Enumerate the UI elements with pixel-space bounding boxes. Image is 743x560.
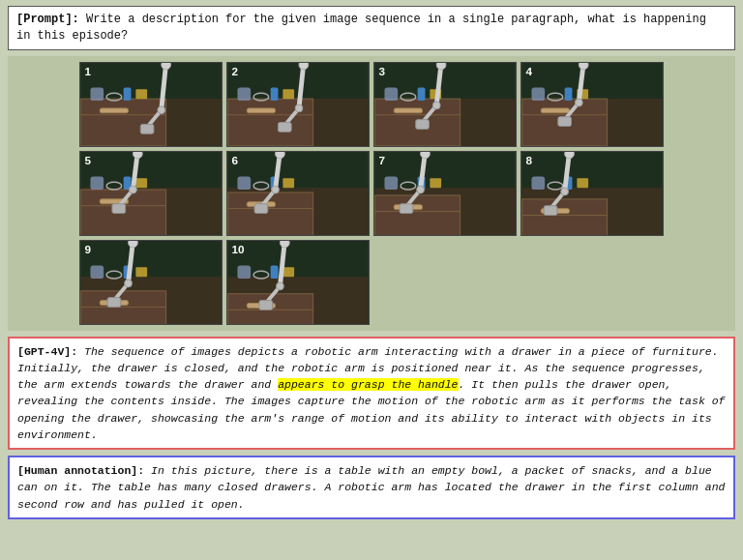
svg-point-118: [561, 188, 569, 195]
prompt-text: Write a description for the given image …: [16, 13, 706, 43]
svg-rect-8: [135, 89, 147, 99]
svg-point-103: [417, 186, 425, 193]
svg-rect-35: [384, 87, 398, 101]
svg-rect-37: [418, 87, 426, 101]
svg-rect-146: [259, 300, 273, 309]
svg-rect-128: [135, 267, 147, 277]
svg-rect-95: [384, 176, 398, 190]
svg-rect-65: [90, 176, 104, 190]
main-container: [Prompt]: Write a description for the gi…: [0, 0, 743, 560]
prompt-box: [Prompt]: Write a description for the gi…: [8, 6, 735, 50]
image-cell-8: 8: [520, 151, 664, 236]
svg-rect-77: [228, 192, 313, 235]
gpt-label: [GPT-4V]:: [17, 345, 77, 358]
svg-rect-22: [271, 87, 279, 101]
svg-point-12: [162, 63, 171, 70]
svg-rect-68: [135, 178, 147, 188]
image-cell-5: 5: [79, 151, 223, 236]
svg-point-57: [579, 63, 588, 70]
svg-rect-48: [541, 108, 569, 113]
svg-rect-18: [247, 108, 275, 113]
human-annotation-box: [Human annotation]: In this picture, the…: [8, 456, 735, 519]
image-cell-4: 4: [520, 62, 664, 147]
svg-rect-20: [237, 87, 251, 101]
svg-rect-92: [375, 195, 461, 235]
svg-rect-140: [237, 265, 251, 279]
gpt-box: [GPT-4V]: The sequence of images depicts…: [8, 337, 735, 451]
svg-point-28: [295, 104, 303, 112]
svg-rect-7: [124, 87, 132, 101]
gpt-highlight: appears to grasp the handle: [278, 378, 458, 391]
image-grid: 1: [17, 62, 726, 325]
svg-rect-131: [107, 297, 121, 307]
svg-text:10: 10: [232, 242, 246, 254]
svg-rect-3: [100, 108, 128, 113]
svg-rect-143: [282, 267, 294, 277]
svg-rect-125: [90, 265, 104, 279]
svg-point-102: [421, 152, 431, 159]
svg-point-147: [280, 241, 289, 248]
svg-rect-98: [430, 178, 441, 188]
svg-rect-83: [282, 178, 294, 188]
svg-rect-26: [278, 122, 291, 132]
image-cell-3: 3: [373, 62, 517, 147]
svg-point-42: [436, 63, 446, 70]
svg-rect-11: [140, 124, 154, 133]
svg-text:7: 7: [379, 153, 386, 165]
svg-text:3: 3: [379, 64, 386, 76]
svg-rect-101: [400, 203, 413, 213]
image-cell-7: 7: [373, 151, 517, 236]
svg-point-43: [432, 102, 440, 109]
svg-text:6: 6: [232, 153, 239, 165]
svg-point-88: [272, 186, 280, 193]
svg-point-73: [130, 186, 137, 193]
svg-point-132: [129, 241, 138, 248]
svg-text:2: 2: [232, 64, 239, 76]
svg-point-27: [299, 63, 309, 70]
svg-text:4: 4: [526, 64, 533, 76]
svg-text:1: 1: [85, 64, 92, 76]
svg-rect-80: [237, 176, 251, 190]
image-cell-2: 2: [226, 62, 370, 147]
svg-rect-107: [522, 198, 608, 234]
svg-rect-86: [254, 203, 268, 213]
svg-point-117: [565, 152, 575, 159]
svg-point-72: [133, 152, 142, 159]
svg-rect-56: [558, 116, 572, 126]
svg-point-148: [277, 282, 284, 290]
svg-point-133: [125, 280, 133, 287]
svg-rect-50: [531, 87, 545, 101]
svg-rect-142: [271, 265, 279, 279]
svg-rect-41: [416, 119, 430, 129]
svg-point-87: [276, 152, 285, 159]
prompt-label: [Prompt]:: [16, 13, 79, 26]
svg-point-13: [158, 106, 165, 114]
image-grid-container: 1: [8, 56, 735, 331]
svg-text:5: 5: [85, 153, 92, 165]
svg-rect-110: [531, 176, 545, 190]
image-cell-6: 6: [226, 151, 370, 236]
svg-rect-52: [565, 87, 573, 101]
svg-rect-113: [577, 178, 588, 188]
svg-rect-116: [544, 205, 557, 215]
svg-rect-122: [81, 290, 166, 323]
svg-rect-71: [112, 203, 126, 213]
human-label: [Human annotation]:: [17, 464, 144, 477]
image-cell-10: 10: [226, 240, 370, 325]
svg-text:9: 9: [85, 242, 92, 254]
svg-rect-33: [394, 108, 422, 113]
image-cell-1: 1: [79, 62, 223, 147]
svg-rect-5: [90, 87, 104, 101]
svg-point-58: [575, 99, 582, 106]
image-cell-9: 9: [79, 240, 223, 325]
svg-text:8: 8: [526, 153, 533, 165]
svg-rect-23: [282, 89, 294, 99]
